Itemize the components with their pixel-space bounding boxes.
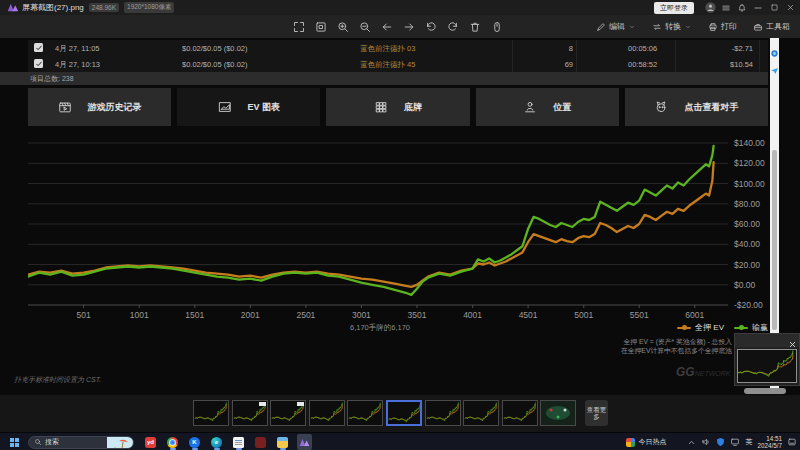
- viewed-image-canvas: 4月 27, 11:05$0.02/$0.05 ($0.02)蓝色前注德扑 03…: [0, 38, 800, 395]
- rotate-right-button[interactable]: [442, 16, 463, 37]
- maximize-icon: [770, 3, 779, 12]
- sidebar-app-icon[interactable]: [771, 43, 778, 61]
- filmstrip-thumbnail[interactable]: [232, 400, 268, 426]
- filmstrip-thumbnail[interactable]: [463, 400, 499, 426]
- toolbox-action[interactable]: 工具箱: [753, 21, 790, 32]
- session-row[interactable]: 4月 27, 11:05$0.02/$0.05 ($0.02)蓝色前注德扑 03…: [28, 40, 768, 57]
- tab-history[interactable]: 游戏历史记录: [28, 88, 171, 126]
- filmstrip-thumbnail[interactable]: [502, 400, 538, 426]
- filmstrip-thumbnail[interactable]: [309, 400, 345, 426]
- svg-text:$60.00: $60.00: [734, 219, 760, 229]
- taskbar-app-keeper[interactable]: K: [187, 434, 202, 450]
- monitor-icon: [730, 437, 740, 447]
- navigator-thumbnail[interactable]: [737, 349, 797, 383]
- prev: [381, 21, 393, 33]
- taskbar-app-edge[interactable]: e: [209, 434, 224, 450]
- filmstrip-thumbnail[interactable]: [540, 400, 576, 426]
- hamburger-icon: [721, 3, 731, 13]
- clock[interactable]: 14:51 2024/5/7: [757, 435, 782, 449]
- close-button[interactable]: [782, 1, 798, 14]
- fullscreen-button[interactable]: [310, 16, 331, 37]
- session-duration: 00:58:52: [628, 60, 657, 69]
- toolbox-label: 工具箱: [766, 21, 790, 32]
- tab-ev-chart[interactable]: EV 图表: [177, 88, 320, 126]
- login-button[interactable]: 立即登录: [654, 2, 694, 14]
- tooltip-line2: 在全押EV计算中不包括多个全押底池: [542, 346, 732, 355]
- edit-action[interactable]: 编辑: [596, 21, 636, 32]
- delete: [469, 21, 481, 33]
- chart-icon: [218, 100, 232, 114]
- print-action[interactable]: 打印: [708, 21, 737, 32]
- notification-icon[interactable]: [787, 437, 797, 447]
- start-button[interactable]: [10, 438, 19, 447]
- filmstrip-thumbnail[interactable]: [425, 400, 461, 426]
- filmstrip-thumbnail[interactable]: [193, 400, 229, 426]
- session-row[interactable]: 4月 27, 10:13$0.02/$0.05 ($0.02)蓝色前注德扑 45…: [28, 56, 768, 73]
- svg-text:$80.00: $80.00: [734, 199, 760, 209]
- hands-count-label: 6,170手牌的6,170: [290, 323, 470, 333]
- speaker-icon[interactable]: [701, 437, 711, 447]
- chevron-up-icon[interactable]: [687, 438, 696, 447]
- maximize-button[interactable]: [766, 1, 782, 14]
- ime-indicator[interactable]: 英: [745, 437, 752, 447]
- tab-opponents[interactable]: 点击查看对手: [625, 88, 768, 126]
- scrollbar-thumb[interactable]: [772, 150, 777, 330]
- zoom-out-button[interactable]: [354, 16, 375, 37]
- close-icon[interactable]: [788, 335, 797, 353]
- fit-screen-button[interactable]: [288, 16, 309, 37]
- taskbar-app-explorer[interactable]: [275, 434, 290, 450]
- monitor-icon[interactable]: [730, 437, 740, 447]
- zoom-indicator-pill: [744, 388, 786, 394]
- taskbar-search[interactable]: 搜索: [28, 436, 134, 449]
- avatar[interactable]: [702, 1, 718, 14]
- tab-holecards[interactable]: 底牌: [326, 88, 469, 126]
- view-more-button[interactable]: 查看更多: [585, 400, 608, 426]
- legend-item[interactable]: 输赢: [734, 322, 768, 333]
- filmstrip-thumbnail[interactable]: [270, 400, 306, 426]
- taskbar-app-chrome[interactable]: [165, 434, 180, 450]
- convert-action[interactable]: 转换: [652, 21, 692, 32]
- chart-legend: 全押 EV输赢: [667, 322, 768, 333]
- tab-position[interactable]: 位置: [476, 88, 619, 126]
- taskbar-app-store-red[interactable]: [253, 434, 268, 450]
- svg-text:$120.00: $120.00: [734, 158, 765, 168]
- tab-label: 底牌: [404, 101, 422, 114]
- tab-label: 游戏历史记录: [88, 101, 142, 114]
- menu-icon[interactable]: [718, 1, 734, 14]
- titlebar: 屏幕截图(27).png 248.96K 1920*1080像素 立即登录: [0, 0, 800, 15]
- rotate-left-button[interactable]: [420, 16, 441, 37]
- svg-text:4501: 4501: [519, 310, 538, 320]
- filmstrip-thumbnail[interactable]: [386, 400, 422, 426]
- svg-text:6001: 6001: [685, 310, 704, 320]
- shield-icon[interactable]: [716, 437, 725, 447]
- total-count-bar: 项目总数: 238: [0, 72, 768, 85]
- legend-label: 输赢: [752, 322, 768, 333]
- row-checkbox[interactable]: [34, 43, 43, 52]
- zoom-in-button[interactable]: [332, 16, 353, 37]
- prev-button[interactable]: [376, 16, 397, 37]
- session-stakes: $0.02/$0.05 ($0.02): [182, 60, 247, 69]
- pin-icon: [737, 3, 747, 13]
- minimize-button[interactable]: [750, 1, 766, 14]
- taskbar-app-notes[interactable]: [231, 434, 246, 450]
- row-checkbox[interactable]: [34, 59, 43, 68]
- bubble-icon: [787, 437, 797, 447]
- time: 14:51: [757, 435, 782, 442]
- position-icon: [523, 100, 537, 114]
- caret-down-icon: [628, 23, 636, 31]
- pin-icon[interactable]: [734, 1, 750, 14]
- print-label: 打印: [721, 21, 737, 32]
- search-icon: [34, 438, 42, 446]
- paper-plane-icon[interactable]: [771, 60, 778, 78]
- filmstrip-thumbnail[interactable]: [347, 400, 383, 426]
- mouse-button[interactable]: [486, 16, 507, 37]
- taskbar-app-youdao[interactable]: yd: [143, 434, 158, 450]
- taskbar-app-aipic[interactable]: [297, 434, 312, 450]
- legend-item[interactable]: 全押 EV: [677, 322, 724, 333]
- delete-button[interactable]: [464, 16, 485, 37]
- app-logo-icon: [7, 3, 19, 14]
- search-label: 搜索: [45, 437, 59, 447]
- next-button[interactable]: [398, 16, 419, 37]
- news-widget[interactable]: 今日热点: [626, 437, 666, 447]
- zoom-in: [337, 21, 349, 33]
